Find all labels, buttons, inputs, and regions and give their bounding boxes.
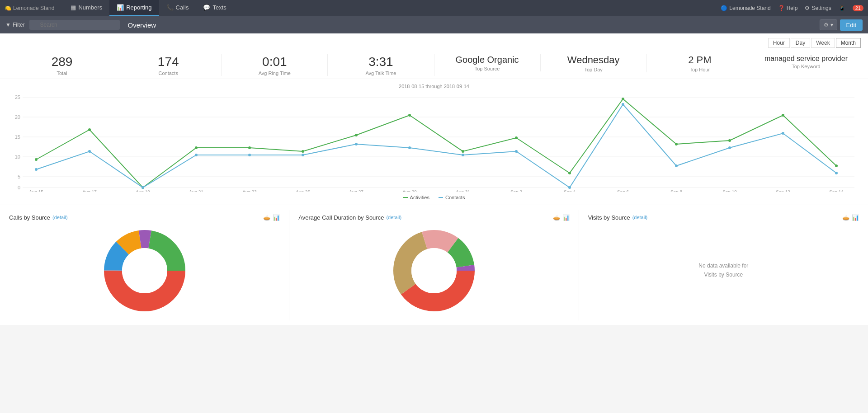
visits-by-source-detail[interactable]: (detail) bbox=[632, 215, 648, 220]
svg-text:25: 25 bbox=[15, 94, 20, 100]
activity-dot bbox=[195, 146, 198, 149]
svg-text:Sep 8: Sep 8 bbox=[670, 190, 683, 192]
svg-text:Sep 14: Sep 14 bbox=[829, 190, 844, 192]
visits-no-data: No data available for Visits by Source bbox=[588, 225, 859, 316]
activities-line bbox=[36, 99, 836, 188]
visits-by-source-icons: 🥧 📊 bbox=[842, 214, 859, 221]
bar-chart-icon3[interactable]: 📊 bbox=[852, 214, 859, 221]
calls-by-source-detail[interactable]: (detail) bbox=[52, 215, 68, 220]
svg-point-33 bbox=[122, 248, 167, 293]
settings-label: Settings bbox=[811, 5, 831, 11]
activity-dot bbox=[728, 139, 731, 142]
contact-dot bbox=[782, 132, 784, 135]
stat-top-day-value: Wednesday bbox=[545, 54, 642, 66]
stat-avg-talk: 3:31 Avg Talk Time bbox=[328, 54, 434, 76]
filter-label: Filter bbox=[13, 22, 25, 28]
activity-dot bbox=[408, 114, 411, 117]
stat-avg-ring-value: 0:01 bbox=[226, 54, 323, 70]
stat-top-source: Google Organic Top Source bbox=[434, 54, 541, 71]
svg-text:15: 15 bbox=[15, 134, 20, 140]
stat-total-label: Total bbox=[14, 70, 110, 76]
avg-call-duration-label: Average Call Duration by Source bbox=[298, 214, 384, 221]
svg-text:Sep 12: Sep 12 bbox=[776, 190, 790, 192]
bottom-charts: Calls by Source (detail) 🥧 📊 bbox=[0, 205, 868, 325]
stats-row: 289 Total 174 Contacts 0:01 Avg Ring Tim… bbox=[0, 50, 868, 79]
calls-by-source-icons: 🥧 📊 bbox=[263, 214, 280, 221]
pie-chart-icon2[interactable]: 🥧 bbox=[553, 214, 560, 221]
notifications-badge[interactable]: 21 bbox=[853, 5, 863, 11]
svg-text:Aug 31: Aug 31 bbox=[456, 190, 470, 192]
bar-chart-icon[interactable]: 📊 bbox=[273, 214, 280, 221]
nav-tab-reporting[interactable]: 📊 Reporting bbox=[109, 0, 159, 16]
numbers-icon: ▦ bbox=[71, 4, 76, 11]
time-btn-week[interactable]: Week bbox=[811, 38, 835, 48]
visits-by-source-section: Visits by Source (detail) 🥧 📊 No data av… bbox=[579, 210, 868, 320]
stat-contacts: 174 Contacts bbox=[115, 54, 222, 76]
pie-chart-icon[interactable]: 🥧 bbox=[263, 214, 270, 221]
settings-link[interactable]: ⚙ Settings bbox=[805, 5, 831, 11]
search-input[interactable] bbox=[29, 20, 120, 30]
svg-text:0: 0 bbox=[18, 185, 20, 190]
texts-icon: 💬 bbox=[203, 4, 210, 11]
contact-dot bbox=[835, 172, 838, 174]
svg-text:20: 20 bbox=[15, 114, 20, 120]
svg-point-39 bbox=[411, 248, 457, 293]
help-label: Help bbox=[787, 5, 798, 11]
toolbar-settings-button[interactable]: ⚙ ▾ bbox=[820, 19, 837, 30]
gear-icon: ⚙ bbox=[805, 5, 810, 11]
phone-icon[interactable]: 📱 bbox=[839, 5, 845, 11]
activity-dot bbox=[782, 114, 784, 117]
stat-avg-ring-label: Avg Ring Time bbox=[226, 70, 323, 76]
contacts-legend-label: Contacts bbox=[445, 195, 465, 200]
calls-by-source-donut bbox=[9, 225, 280, 316]
contact-dot bbox=[568, 186, 571, 189]
stat-avg-talk-label: Avg Talk Time bbox=[332, 70, 429, 76]
svg-text:Aug 17: Aug 17 bbox=[82, 190, 97, 192]
nav-tab-numbers[interactable]: ▦ Numbers bbox=[63, 0, 109, 16]
contact-dot bbox=[675, 164, 678, 167]
nav-tabs: ▦ Numbers 📊 Reporting 📞 Calls 💬 Texts bbox=[63, 0, 721, 16]
account-name: Lemonade Stand bbox=[729, 5, 770, 11]
contacts-legend-color bbox=[439, 197, 443, 198]
contact-dot bbox=[88, 150, 91, 153]
contact-dot bbox=[302, 154, 304, 156]
nav-tab-texts[interactable]: 💬 Texts bbox=[196, 0, 233, 16]
svg-text:10: 10 bbox=[15, 154, 20, 160]
activity-dot bbox=[622, 98, 624, 100]
stat-top-day: Wednesday Top Day bbox=[541, 54, 647, 72]
contact-dot bbox=[248, 154, 251, 156]
activities-legend-label: Activities bbox=[410, 195, 429, 200]
calls-icon: 📞 bbox=[166, 4, 174, 11]
stat-avg-ring: 0:01 Avg Ring Time bbox=[222, 54, 328, 76]
avg-call-duration-donut bbox=[298, 225, 569, 316]
time-btn-month[interactable]: Month bbox=[836, 38, 861, 48]
brand-icon: 🍋 bbox=[5, 5, 11, 11]
avg-call-duration-section: Average Call Duration by Source (detail)… bbox=[289, 210, 579, 320]
legend-contacts: Contacts bbox=[439, 195, 465, 200]
visits-by-source-label: Visits by Source bbox=[588, 214, 630, 221]
help-link[interactable]: ❓ Help bbox=[778, 5, 798, 11]
nav-tab-numbers-label: Numbers bbox=[78, 4, 102, 11]
pie-chart-icon3[interactable]: 🥧 bbox=[842, 214, 849, 221]
stat-total-value: 289 bbox=[14, 54, 110, 70]
svg-text:Aug 27: Aug 27 bbox=[349, 190, 363, 192]
stat-contacts-label: Contacts bbox=[120, 70, 217, 76]
brand-logo[interactable]: 🍋 Lemonade Stand bbox=[5, 5, 54, 11]
avg-call-duration-detail[interactable]: (detail) bbox=[386, 215, 401, 220]
svg-text:Sep 6: Sep 6 bbox=[617, 190, 629, 192]
bar-chart-icon2[interactable]: 📊 bbox=[562, 214, 570, 221]
filter-button[interactable]: ▼ Filter bbox=[5, 22, 25, 28]
contact-dot bbox=[462, 154, 464, 156]
activity-dot bbox=[35, 158, 38, 161]
main-content: Hour Day Week Month 289 Total 174 Contac… bbox=[0, 33, 868, 325]
edit-button[interactable]: Edit bbox=[840, 19, 863, 31]
activity-dot bbox=[515, 136, 518, 139]
time-btn-hour[interactable]: Hour bbox=[768, 38, 790, 48]
account-selector[interactable]: 🔵 Lemonade Stand bbox=[721, 5, 770, 11]
account-dot: 🔵 bbox=[721, 5, 727, 11]
filter-icon: ▼ bbox=[5, 22, 11, 28]
svg-text:Aug 15: Aug 15 bbox=[29, 190, 43, 192]
time-btn-day[interactable]: Day bbox=[791, 38, 810, 48]
visits-by-source-title: Visits by Source (detail) 🥧 📊 bbox=[588, 214, 859, 221]
nav-tab-calls[interactable]: 📞 Calls bbox=[159, 0, 196, 16]
